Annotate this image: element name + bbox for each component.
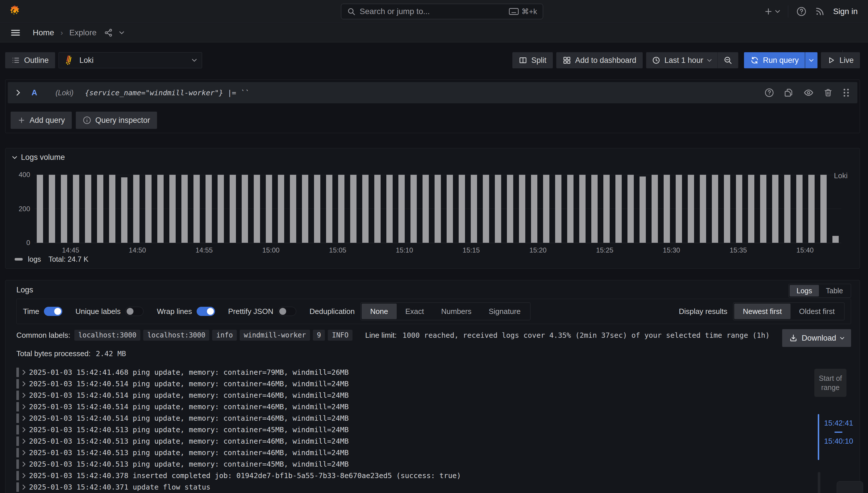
display-option-newest-first[interactable]: Newest first xyxy=(734,304,790,319)
volume-bar xyxy=(182,175,188,243)
expand-log-chevron-right-icon[interactable] xyxy=(22,450,25,455)
toggle-prettify-json: Prettify JSON xyxy=(228,307,296,316)
volume-bar xyxy=(628,175,634,243)
range-to-time: 15:40:10 xyxy=(824,437,859,446)
common-label-chip: localhost:3000 xyxy=(75,330,140,341)
delete-query-trash-icon[interactable] xyxy=(824,88,833,97)
dedup-option-signature[interactable]: Signature xyxy=(480,304,529,319)
log-row[interactable]: 2025-01-03 15:42:40.513 ping update, mem… xyxy=(16,458,802,470)
toggle-switch[interactable] xyxy=(278,307,296,316)
chevron-down-icon xyxy=(775,10,780,13)
live-button[interactable]: Live xyxy=(821,52,860,68)
log-row[interactable]: 2025-01-03 15:42:40.513 ping update, mem… xyxy=(16,447,802,458)
expand-log-chevron-right-icon[interactable] xyxy=(22,473,25,478)
line-limit-label: Line limit: xyxy=(365,331,397,340)
expand-log-chevron-right-icon[interactable] xyxy=(22,404,25,409)
expand-query-chevron-right-icon[interactable] xyxy=(16,90,20,95)
scroll-indicator[interactable] xyxy=(818,472,820,493)
toggle-switch[interactable] xyxy=(125,307,144,316)
time-range-picker[interactable]: Last 1 hour xyxy=(646,52,717,68)
outline-list-icon xyxy=(12,56,20,65)
dedup-option-none[interactable]: None xyxy=(362,304,397,319)
expand-log-chevron-right-icon[interactable] xyxy=(22,427,25,432)
volume-bar xyxy=(459,175,465,243)
log-row[interactable]: 2025-01-03 15:42:40.514 ping update, mem… xyxy=(16,389,802,401)
log-row[interactable]: 2025-01-03 15:42:40.378 inserted complet… xyxy=(16,470,802,481)
download-button[interactable]: Download xyxy=(782,329,851,347)
display-results-label: Display results xyxy=(679,307,727,316)
toggle-label: Time xyxy=(23,307,39,316)
log-row[interactable]: 2025-01-03 15:42:40.513 ping update, mem… xyxy=(16,424,802,435)
volume-bar xyxy=(206,175,212,243)
deduplication-label: Deduplication xyxy=(310,307,355,316)
expand-log-chevron-right-icon[interactable] xyxy=(22,416,25,421)
outline-button[interactable]: Outline xyxy=(5,52,55,68)
chart-legend: logs Total: 24.7 K xyxy=(15,255,88,263)
toggle-switch[interactable] xyxy=(44,307,62,316)
start-of-range-button[interactable]: Start of range xyxy=(814,369,846,397)
breadcrumb-home[interactable]: Home xyxy=(33,28,54,37)
news-rss-button[interactable] xyxy=(814,6,825,17)
volume-bar xyxy=(664,175,670,243)
log-level-bar xyxy=(16,436,19,446)
log-row[interactable]: 2025-01-03 15:42:40.513 ping update, mem… xyxy=(16,435,802,447)
log-row[interactable]: 2025-01-03 15:42:40.514 ping update, mem… xyxy=(16,412,802,424)
toggle-switch[interactable] xyxy=(197,307,215,316)
share-icon[interactable] xyxy=(104,28,113,37)
grafana-logo-icon[interactable] xyxy=(8,5,21,18)
dedup-option-exact[interactable]: Exact xyxy=(397,304,432,319)
expand-log-chevron-right-icon[interactable] xyxy=(22,485,25,490)
add-to-dashboard-button[interactable]: Add to dashboard xyxy=(556,52,643,68)
log-line-text: 2025-01-03 15:42:40.514 ping update, mem… xyxy=(29,403,349,411)
expand-log-chevron-right-icon[interactable] xyxy=(22,370,25,375)
legend-series-name[interactable]: logs xyxy=(28,255,41,263)
copy-query-icon[interactable] xyxy=(784,88,793,98)
datasource-picker[interactable]: Loki xyxy=(59,52,202,68)
sign-in-button[interactable]: Sign in xyxy=(833,7,858,16)
expand-log-chevron-right-icon[interactable] xyxy=(22,381,25,386)
log-row[interactable]: 2025-01-03 15:42:40.514 ping update, mem… xyxy=(16,378,802,389)
view-option-logs[interactable]: Logs xyxy=(790,285,819,296)
expand-log-chevron-right-icon[interactable] xyxy=(22,393,25,398)
common-labels-label: Common labels: xyxy=(16,331,70,340)
x-tick-label: 15:30 xyxy=(651,246,692,254)
log-row[interactable]: 2025-01-03 15:42:41.468 ping update, mem… xyxy=(16,366,802,378)
end-of-range-button-partial[interactable] xyxy=(837,481,863,493)
search-box[interactable]: ⌘+k xyxy=(341,4,543,19)
query-help-icon[interactable] xyxy=(764,88,774,98)
help-button[interactable] xyxy=(796,6,807,17)
query-datasource-hint: (Loki) xyxy=(56,89,74,97)
view-option-table[interactable]: Table xyxy=(819,285,850,296)
menu-toggle-button[interactable] xyxy=(10,27,21,38)
expand-log-chevron-right-icon[interactable] xyxy=(22,439,25,444)
x-tick-label: 15:10 xyxy=(384,246,425,254)
volume-bar xyxy=(591,175,598,243)
deduplication-options: NoneExactNumbersSignature xyxy=(361,302,530,320)
toggle-wrap-lines: Wrap lines xyxy=(157,307,215,316)
new-menu-button[interactable] xyxy=(764,7,780,16)
drag-handle-grip-icon[interactable] xyxy=(843,88,850,98)
display-option-oldest-first[interactable]: Oldest first xyxy=(790,304,843,319)
logs-options-bar: TimeUnique labelsWrap linesPrettify JSON… xyxy=(16,299,851,324)
expand-log-chevron-right-icon[interactable] xyxy=(22,462,25,467)
add-query-button[interactable]: Add query xyxy=(10,112,72,129)
time-range-controls: Last 1 hour xyxy=(646,52,738,68)
run-query-options-caret[interactable] xyxy=(805,52,818,68)
log-line-text: 2025-01-03 15:42:40.513 ping update, mem… xyxy=(29,437,349,445)
toggle-visibility-eye-icon[interactable] xyxy=(803,87,814,98)
log-line-text: 2025-01-03 15:42:40.514 ping update, mem… xyxy=(29,391,349,400)
split-button[interactable]: Split xyxy=(512,52,553,68)
chevron-down-icon[interactable] xyxy=(120,31,124,34)
log-row[interactable]: 2025-01-03 15:42:40.371 update flow stat… xyxy=(16,481,802,493)
zoom-out-time-button[interactable] xyxy=(718,52,738,68)
search-input[interactable] xyxy=(360,7,505,16)
logs-volume-collapse-header[interactable]: Logs volume xyxy=(12,153,65,162)
breadcrumb-explore[interactable]: Explore xyxy=(69,28,97,37)
y-tick-label: 400 xyxy=(5,171,30,179)
log-row[interactable]: 2025-01-03 15:42:40.514 ping update, mem… xyxy=(16,401,802,412)
query-inspector-button[interactable]: Query inspector xyxy=(76,112,157,129)
run-query-button[interactable]: Run query xyxy=(744,52,805,68)
volume-bar xyxy=(604,175,610,243)
query-expression[interactable]: {service_name="windmill-worker"} |= `` xyxy=(85,89,249,97)
dedup-option-numbers[interactable]: Numbers xyxy=(432,304,480,319)
